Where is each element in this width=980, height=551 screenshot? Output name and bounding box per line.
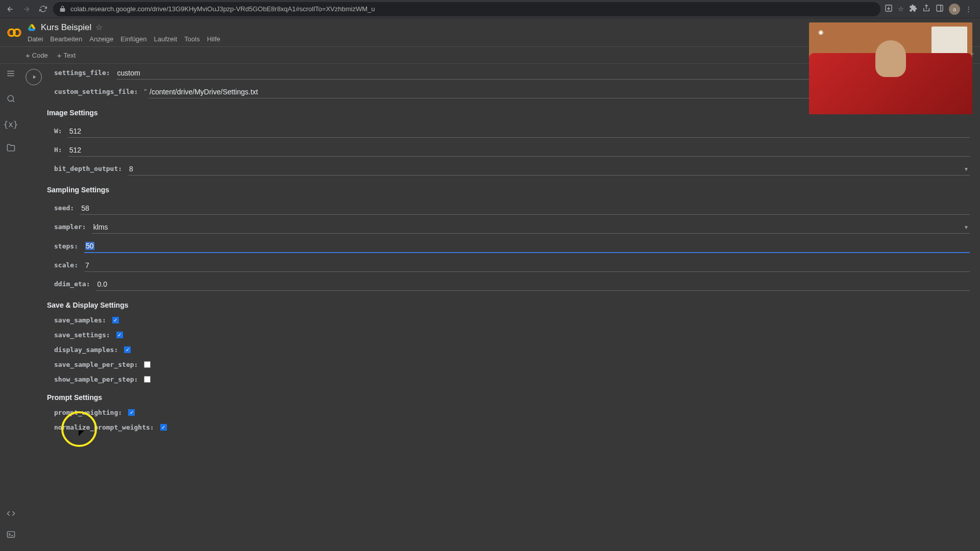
code-snippets-icon[interactable] xyxy=(7,509,15,520)
menu-tools[interactable]: Tools xyxy=(184,35,200,43)
extensions-icon[interactable] xyxy=(909,4,917,14)
toc-icon[interactable] xyxy=(6,69,15,80)
bit-depth-label: bit_depth_output xyxy=(54,165,128,172)
webcam-indicator-icon: ◉ xyxy=(818,29,823,36)
settings-file-label: settings_file xyxy=(54,69,116,77)
svg-rect-10 xyxy=(7,532,14,537)
show-sample-per-step-checkbox[interactable] xyxy=(144,376,151,383)
url-bar[interactable]: colab.research.google.com/drive/13G9KHyM… xyxy=(53,2,880,16)
url-text: colab.research.google.com/drive/13G9KHyM… xyxy=(70,5,375,13)
scale-label: scale xyxy=(54,261,84,269)
save-settings-label: save_settings xyxy=(54,331,116,339)
custom-settings-prefix: " xyxy=(144,88,149,95)
save-sample-per-step-checkbox[interactable] xyxy=(144,361,151,368)
prompt-settings-heading: Prompt Settings xyxy=(47,393,970,402)
files-icon[interactable] xyxy=(7,143,15,154)
svg-point-8 xyxy=(8,95,13,101)
share-icon[interactable] xyxy=(922,4,930,14)
add-text-button[interactable]: +Text xyxy=(57,51,76,60)
normalize-prompt-weights-label: normalize_prompt_weights xyxy=(54,423,160,431)
menu-datei[interactable]: Datei xyxy=(28,35,43,43)
save-display-settings-heading: Save & Display Settings xyxy=(47,301,970,309)
menu-laufzeit[interactable]: Laufzeit xyxy=(154,35,178,43)
terminal-icon[interactable] xyxy=(7,530,15,541)
svg-rect-1 xyxy=(937,5,943,11)
display-samples-label: display_samples xyxy=(54,346,124,354)
code-cell: settings_file custom▼ custom_settings_fi… xyxy=(21,64,980,448)
sampling-settings-heading: Sampling Settings xyxy=(47,186,970,194)
drive-icon xyxy=(28,23,37,32)
profile-avatar[interactable]: a xyxy=(949,4,960,15)
bookmark-star-icon[interactable]: ☆ xyxy=(898,5,904,13)
save-settings-checkbox[interactable] xyxy=(116,332,123,338)
chevron-down-icon: ▼ xyxy=(964,166,969,172)
browser-toolbar: colab.research.google.com/drive/13G9KHyM… xyxy=(0,0,980,18)
save-samples-checkbox[interactable] xyxy=(112,317,119,323)
w-label: W xyxy=(54,127,68,135)
bit-depth-select[interactable]: 8▼ xyxy=(128,162,970,176)
add-code-button[interactable]: +Code xyxy=(26,51,48,60)
sampler-label: sampler xyxy=(54,223,92,231)
chevron-down-icon: ▼ xyxy=(964,224,969,230)
steps-label: steps xyxy=(54,242,84,250)
sidepanel-icon[interactable] xyxy=(936,4,944,14)
steps-input[interactable]: 50 xyxy=(84,239,970,253)
h-label: H xyxy=(54,146,68,154)
prompt-weighting-checkbox[interactable] xyxy=(128,409,135,416)
notebook-content: settings_file custom▼ custom_settings_fi… xyxy=(21,64,980,551)
colab-logo-icon xyxy=(6,24,22,41)
nav-forward-button[interactable] xyxy=(20,3,33,15)
search-icon[interactable] xyxy=(7,94,15,105)
menu-bearbeiten[interactable]: Bearbeiten xyxy=(50,35,82,43)
favorite-star-icon[interactable]: ☆ xyxy=(95,22,103,32)
left-rail: {x} xyxy=(0,64,21,551)
prompt-weighting-label: prompt_weighting xyxy=(54,409,128,416)
menu-dots-icon[interactable]: ⋮ xyxy=(965,5,972,13)
nav-back-button[interactable] xyxy=(4,3,16,15)
install-icon[interactable] xyxy=(885,4,893,14)
nav-reload-button[interactable] xyxy=(37,3,49,15)
lock-icon xyxy=(59,6,66,13)
scale-input[interactable] xyxy=(84,258,970,272)
w-input[interactable] xyxy=(68,124,970,138)
menu-hilfe[interactable]: Hilfe xyxy=(207,35,220,43)
seed-input[interactable] xyxy=(80,201,970,215)
svg-line-9 xyxy=(13,101,14,102)
menu-anzeige[interactable]: Anzeige xyxy=(89,35,113,43)
display-samples-checkbox[interactable] xyxy=(124,346,131,353)
save-samples-label: save_samples xyxy=(54,316,112,324)
menu-bar: Datei Bearbeiten Anzeige Einfügen Laufze… xyxy=(28,35,220,43)
ddim-eta-input[interactable] xyxy=(96,277,970,291)
h-input[interactable] xyxy=(68,143,970,157)
custom-settings-file-label: custom_settings_file xyxy=(54,88,144,95)
show-sample-per-step-label: show_sample_per_step xyxy=(54,375,144,383)
sampler-select[interactable]: klms▼ xyxy=(92,220,970,234)
webcam-overlay: ◉ xyxy=(809,22,972,114)
run-cell-button[interactable] xyxy=(26,69,42,85)
normalize-prompt-weights-checkbox[interactable] xyxy=(160,424,167,431)
ddim-eta-label: ddim_eta xyxy=(54,280,96,288)
document-title[interactable]: Kurs Beispiel xyxy=(41,22,91,33)
variables-icon[interactable]: {x} xyxy=(4,119,18,129)
menu-einfuegen[interactable]: Einfügen xyxy=(120,35,146,43)
seed-label: seed xyxy=(54,204,80,212)
save-sample-per-step-label: save_sample_per_step xyxy=(54,361,144,368)
